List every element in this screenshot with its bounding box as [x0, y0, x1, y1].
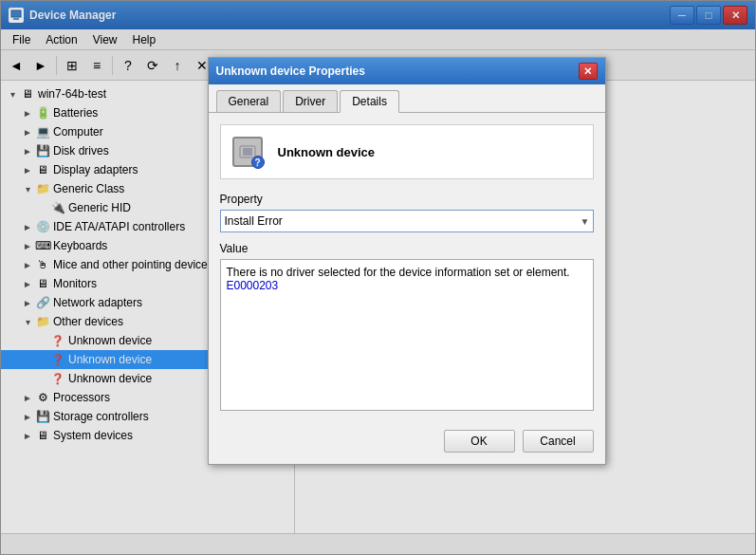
ok-button[interactable]: OK	[444, 430, 515, 453]
svg-rect-3	[243, 148, 252, 156]
device-icon: ?	[229, 133, 267, 171]
dialog-overlay: Unknown device Properties ✕ General Driv…	[0, 0, 756, 555]
value-label: Value	[220, 242, 594, 255]
property-dropdown[interactable]: Install Error Device description Hardwar…	[220, 210, 594, 232]
properties-dialog: Unknown device Properties ✕ General Driv…	[208, 57, 606, 465]
dialog-tabs: General Driver Details	[209, 84, 605, 113]
dialog-device-name: Unknown device	[278, 145, 376, 159]
question-mark-badge: ?	[251, 156, 265, 169]
tab-driver[interactable]: Driver	[283, 90, 338, 112]
dialog-title-bar: Unknown device Properties ✕	[209, 58, 605, 84]
device-header: ? Unknown device	[220, 124, 594, 179]
dialog-footer: OK Cancel	[209, 422, 605, 464]
dialog-close-button[interactable]: ✕	[579, 63, 598, 80]
tab-general[interactable]: General	[216, 90, 282, 112]
tab-details[interactable]: Details	[340, 90, 399, 113]
dialog-body: ? Unknown device Property Install Error …	[209, 113, 605, 422]
value-box: There is no driver selected for the devi…	[220, 259, 594, 411]
dialog-title: Unknown device Properties	[216, 65, 579, 78]
value-text: There is no driver selected for the devi…	[227, 266, 587, 279]
error-code[interactable]: E0000203	[227, 279, 587, 292]
cancel-button[interactable]: Cancel	[523, 430, 594, 453]
property-select-wrapper: Install Error Device description Hardwar…	[220, 210, 594, 232]
property-label: Property	[220, 193, 594, 206]
